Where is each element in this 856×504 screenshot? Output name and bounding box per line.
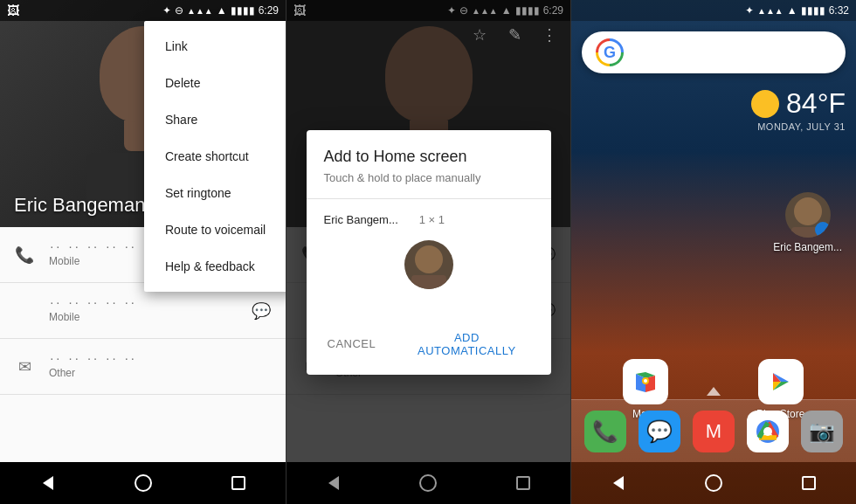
back-arrow-icon-1: [43, 476, 53, 490]
dock: 📞 💬 M 📷: [571, 399, 856, 462]
google-g-logo: G: [596, 38, 624, 66]
status-bar-3-right: ✦ ▲▲▲ ▲ ▮▮▮▮ 6:32: [745, 4, 849, 17]
eric-bangeman-shortcut[interactable]: 👤 Eric Bangem...: [773, 192, 842, 253]
dock-gmail-icon[interactable]: M: [693, 411, 735, 452]
contact-detail-row-email[interactable]: ✉ ·· ·· ·· ·· ·· Other: [0, 339, 286, 395]
dock-messages-icon[interactable]: 💬: [639, 411, 680, 452]
time-display-1: 6:29: [259, 4, 279, 17]
dialog-contact-info-row: Eric Bangem... 1 × 1: [307, 213, 551, 240]
contact-name-overlay: Eric Bangeman: [14, 194, 145, 217]
signal-icon-3: ▲▲▲: [757, 6, 784, 16]
recents-button-1[interactable]: [221, 466, 256, 501]
bluetooth-icon: ✦: [162, 4, 171, 17]
eric-shortcut-label: Eric Bangem...: [773, 241, 842, 253]
add-to-homescreen-overlay: Add to Home screen Touch & hold to place…: [286, 0, 570, 504]
nav-bar-1: [0, 462, 286, 504]
phone-icon-1: 📞: [14, 245, 35, 266]
playstore-svg: [764, 365, 797, 398]
back-button-3[interactable]: [601, 466, 636, 501]
status-bar-1: 🖼 ✦ ⊖ ▲▲▲ ▲ ▮▮▮▮ 6:29: [0, 0, 286, 21]
dock-chrome-icon[interactable]: [747, 411, 789, 452]
email-address: ·· ·· ·· ·· ··: [49, 354, 272, 365]
gmail-icon-img: M: [706, 420, 721, 443]
menu-item-create-shortcut[interactable]: Create shortcut: [144, 138, 286, 175]
wifi-icon-3: ▲: [787, 4, 797, 17]
detail-content-phone2: ·· ·· ·· ·· ·· Mobile: [49, 298, 251, 323]
menu-item-set-ringtone[interactable]: Set ringtone: [144, 175, 286, 211]
home-button-1[interactable]: [126, 466, 161, 501]
home-circle-icon-1: [135, 474, 152, 492]
phone-icon-img: 📞: [592, 419, 618, 444]
phone-number-2: ·· ·· ·· ·· ··: [49, 298, 251, 309]
weather-widget: 84°F MONDAY, JULY 31: [751, 87, 846, 132]
dialog-actions: CANCEL ADD AUTOMATICALLY: [307, 317, 551, 375]
nav-bar-3: [571, 462, 856, 504]
recents-button-3[interactable]: [791, 466, 826, 501]
dialog-contact-name: Eric Bangem...: [324, 213, 398, 226]
recents-square-icon-1: [231, 476, 245, 490]
detail-content-email: ·· ·· ·· ·· ·· Other: [49, 354, 272, 379]
add-automatically-button[interactable]: ADD AUTOMATICALLY: [393, 324, 540, 364]
menu-item-delete[interactable]: Delete: [144, 65, 286, 101]
panel-contacts-menu: 🖼 ✦ ⊖ ▲▲▲ ▲ ▮▮▮▮ 6:29 Eric Bangeman Link…: [0, 0, 286, 504]
dialog-avatar-container: [307, 240, 551, 317]
chrome-svg: [753, 417, 783, 446]
time-display-3: 6:32: [829, 4, 849, 17]
play-store-icon-image: [758, 359, 804, 404]
sms-action-2[interactable]: 💬: [251, 300, 272, 321]
dialog-title: Add to Home screen: [307, 130, 551, 171]
maps-svg: [629, 365, 662, 398]
svg-point-15: [763, 427, 772, 436]
google-search-bar[interactable]: G: [582, 31, 846, 73]
panel-contacts-dialog: 🖼 ✦ ⊖ ▲▲▲ ▲ ▮▮▮▮ 6:29 ☆ ✎ ⋮ 📞 ·· ·· ·· ·…: [286, 0, 571, 504]
battery-icon: ▮▮▮▮: [231, 4, 255, 17]
contact-badge-icon: 👤: [815, 222, 831, 238]
svg-point-5: [644, 379, 647, 383]
status-bar-left-icons: 🖼: [7, 3, 19, 17]
phone-label-2: Mobile: [49, 311, 251, 323]
sun-icon: [751, 90, 779, 118]
swipe-up-indicator: [707, 383, 721, 399]
wifi-icon: ▲: [217, 4, 227, 17]
gallery-icon: 🖼: [7, 3, 19, 17]
phone-icon-2: [14, 300, 35, 321]
dialog-divider: [307, 198, 551, 199]
weather-temperature: 84°F: [786, 87, 846, 120]
mute-icon: ⊖: [175, 4, 183, 17]
weather-date-text: MONDAY, JULY 31: [751, 121, 846, 132]
status-bar-3: ✦ ▲▲▲ ▲ ▮▮▮▮ 6:32: [571, 0, 856, 21]
panel-homescreen: ✦ ▲▲▲ ▲ ▮▮▮▮ 6:32 G 84°F MONDAY, JULY 31: [571, 0, 856, 504]
menu-item-help-feedback[interactable]: Help & feedback: [144, 248, 286, 285]
dock-camera-icon[interactable]: 📷: [801, 411, 843, 452]
weather-temp-row: 84°F: [751, 87, 846, 120]
bluetooth-icon-3: ✦: [745, 4, 754, 17]
home-circle-icon-3: [705, 474, 722, 492]
battery-icon-3: ▮▮▮▮: [801, 4, 825, 17]
dialog-contact-size: 1 × 1: [419, 213, 445, 226]
email-icon: ✉: [14, 356, 35, 377]
menu-item-share[interactable]: Share: [144, 101, 286, 138]
back-arrow-icon-3: [613, 476, 624, 490]
dialog-subtitle: Touch & hold to place manually: [307, 171, 551, 198]
cancel-button[interactable]: CANCEL: [317, 324, 387, 364]
home-button-3[interactable]: [696, 466, 731, 501]
recents-square-icon-3: [802, 476, 816, 490]
messages-icon-img: 💬: [646, 419, 673, 444]
dialog-contact-avatar: [404, 240, 453, 289]
eric-shortcut-avatar: 👤: [785, 192, 831, 238]
menu-item-link[interactable]: Link: [144, 28, 286, 65]
context-menu: Link Delete Share Create shortcut Set ri…: [144, 21, 286, 292]
signal-icon: ▲▲▲: [187, 6, 213, 16]
back-button-1[interactable]: [31, 466, 66, 501]
menu-item-route-voicemail[interactable]: Route to voicemail: [144, 211, 286, 248]
camera-icon-img: 📷: [809, 419, 835, 444]
dock-phone-icon[interactable]: 📞: [584, 411, 626, 452]
status-bar-right-info: ✦ ⊖ ▲▲▲ ▲ ▮▮▮▮ 6:29: [162, 4, 279, 17]
contact-name-text: Eric Bangeman: [14, 194, 145, 216]
homescreen-bg: ✦ ▲▲▲ ▲ ▮▮▮▮ 6:32 G 84°F MONDAY, JULY 31: [571, 0, 856, 504]
add-to-homescreen-dialog: Add to Home screen Touch & hold to place…: [307, 130, 551, 375]
email-label: Other: [49, 367, 272, 379]
chevron-up-icon: [707, 387, 721, 396]
maps-icon-image: [623, 359, 668, 404]
